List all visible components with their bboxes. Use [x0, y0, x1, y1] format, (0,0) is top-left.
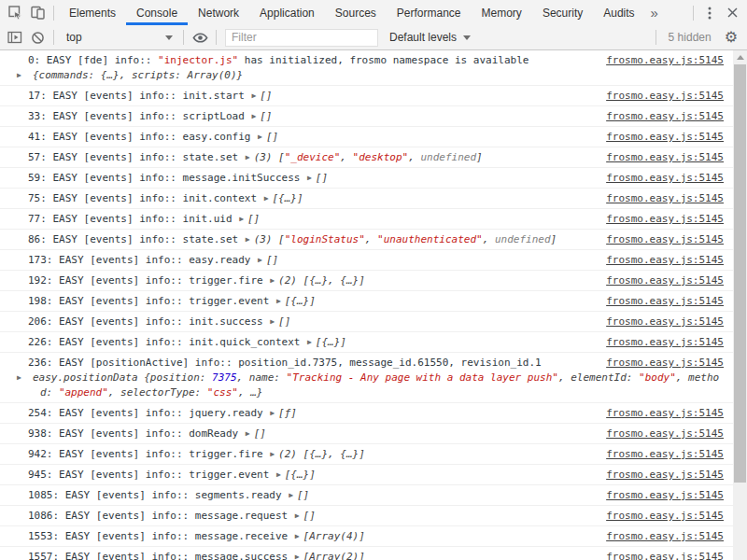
expand-toggle-icon[interactable]: ▶ [306, 335, 316, 350]
message-text: 41: EASY [events] info:: easy.config [28, 131, 257, 143]
tab-network[interactable]: Network [188, 0, 249, 25]
console-message: 1086: EASY [events] info:: message.reque… [0, 506, 733, 526]
expand-toggle-icon[interactable]: ▶ [275, 294, 285, 309]
execution-context-selector[interactable]: top [59, 31, 178, 44]
expand-toggle-icon[interactable]: ▶ [250, 89, 260, 104]
source-link[interactable]: frosmo.easy.js:5145 [606, 191, 724, 206]
tab-performance[interactable]: Performance [387, 0, 472, 25]
message-text: 1086: EASY [events] info:: message.reque… [28, 510, 294, 522]
tab-sources[interactable]: Sources [325, 0, 387, 25]
tab-console[interactable]: Console [126, 0, 188, 25]
tab-audits[interactable]: Audits [593, 0, 644, 25]
live-expression-button[interactable] [189, 25, 211, 49]
message-text: 942: EASY [events] info:: trigger.fire [28, 448, 269, 460]
console-sidebar-toggle-button[interactable] [4, 25, 26, 49]
console-message: 0: EASY [fde] info:: "injector.js" has i… [0, 50, 733, 86]
source-link[interactable]: frosmo.easy.js:5145 [606, 356, 724, 371]
eye-icon [192, 31, 208, 45]
expand-toggle-icon[interactable]: ▶ [269, 447, 278, 462]
source-link[interactable]: frosmo.easy.js:5145 [606, 109, 724, 124]
source-link[interactable]: frosmo.easy.js:5145 [606, 171, 724, 186]
source-link[interactable]: frosmo.easy.js:5145 [606, 406, 724, 421]
message-line: 33: EASY [events] info:: scriptLoad ▶[] [28, 109, 591, 124]
message-text: [] [254, 427, 266, 440]
device-toolbar-button[interactable] [26, 1, 49, 25]
source-link[interactable]: frosmo.easy.js:5145 [606, 427, 724, 441]
message-text: [] [266, 254, 278, 266]
message-text: 33: EASY [events] info:: scriptLoad [28, 110, 250, 122]
tab-elements[interactable]: Elements [59, 0, 126, 25]
source-link[interactable]: frosmo.easy.js:5145 [606, 447, 724, 462]
message-text: [] [297, 489, 309, 501]
console-message: 57: EASY [events] info:: state.set ▶(3) … [0, 147, 733, 168]
more-tabs-button[interactable]: » [645, 5, 664, 21]
source-link[interactable]: frosmo.easy.js:5145 [606, 212, 724, 227]
source-link[interactable]: frosmo.easy.js:5145 [606, 488, 724, 503]
expand-toggle-icon[interactable]: ▶ [257, 253, 266, 268]
filter-input[interactable] [225, 29, 378, 47]
vertical-scrollbar[interactable] [733, 50, 747, 560]
expand-toggle-icon[interactable]: ▶ [245, 427, 254, 441]
clear-console-button[interactable] [26, 25, 49, 49]
expand-toggle-icon[interactable]: ▶ [257, 130, 266, 145]
console-panel: 0: EASY [fde] info:: "injector.js" has i… [0, 50, 747, 560]
message-text: "_device" [285, 151, 341, 163]
close-devtools-button[interactable] [721, 1, 743, 25]
devtools-window: ElementsConsoleNetworkApplicationSources… [0, 0, 747, 560]
message-text: 17: EASY [events] info:: init.start [28, 90, 250, 102]
expand-toggle-icon[interactable]: ▶ [238, 212, 247, 227]
console-message: 41: EASY [events] info:: easy.config ▶[]… [0, 127, 733, 147]
console-message-list: 0: EASY [fde] info:: "injector.js" has i… [0, 50, 733, 560]
expand-toggle-icon[interactable]: ▶ [245, 232, 254, 247]
expand-toggle-icon[interactable]: ▶ [250, 109, 260, 124]
inspect-cursor-icon [8, 6, 22, 20]
message-text: , [340, 151, 352, 163]
expand-toggle-icon[interactable]: ▶ [306, 171, 316, 186]
expand-toggle-icon[interactable]: ▶ [288, 488, 297, 503]
source-link[interactable]: frosmo.easy.js:5145 [606, 253, 724, 268]
hidden-messages-count: 5 hidden [669, 31, 712, 44]
chevron-down-icon [165, 35, 173, 40]
source-link[interactable]: frosmo.easy.js:5145 [606, 509, 724, 524]
message-text: [] [260, 110, 272, 122]
source-link[interactable]: frosmo.easy.js:5145 [606, 150, 724, 165]
source-link[interactable]: frosmo.easy.js:5145 [606, 529, 724, 544]
tab-application[interactable]: Application [249, 0, 325, 25]
expand-toggle-icon[interactable]: ▶ [269, 273, 278, 288]
source-link[interactable]: frosmo.easy.js:5145 [606, 232, 724, 247]
source-link[interactable]: frosmo.easy.js:5145 [606, 89, 724, 104]
message-text: , name: [237, 371, 287, 384]
device-toolbar-icon [31, 6, 45, 20]
source-link[interactable]: frosmo.easy.js:5145 [606, 468, 724, 483]
expand-toggle-icon[interactable]: ▶ [263, 191, 273, 206]
source-link[interactable]: frosmo.easy.js:5145 [606, 550, 724, 560]
expand-toggle-icon[interactable]: ▶ [294, 529, 303, 544]
log-levels-selector[interactable]: Default levels [382, 31, 478, 44]
tab-security[interactable]: Security [532, 0, 593, 25]
console-message: 254: EASY [events] info:: jquery.ready ▶… [0, 403, 733, 424]
expand-toggle-icon[interactable]: ▶ [294, 509, 303, 524]
scrollbar-thumb[interactable] [734, 64, 746, 483]
expand-toggle-icon[interactable]: ▶ [269, 315, 278, 329]
devtools-menu-button[interactable] [698, 1, 721, 25]
message-text: ] [476, 151, 483, 163]
expand-toggle-icon[interactable]: ▶ [269, 406, 278, 421]
scrollbar-up-button[interactable] [733, 50, 747, 63]
expand-toggle-icon[interactable]: ▶ [294, 550, 303, 560]
inspect-element-button[interactable] [4, 1, 26, 25]
message-text: (3) [ [254, 151, 285, 163]
expand-toggle-icon[interactable]: ▶ [245, 150, 254, 165]
source-link[interactable]: frosmo.easy.js:5145 [606, 294, 724, 309]
message-text: 0: EASY [fde] info:: [28, 54, 158, 66]
source-link[interactable]: frosmo.easy.js:5145 [606, 335, 724, 350]
source-link[interactable]: frosmo.easy.js:5145 [606, 53, 724, 68]
tab-memory[interactable]: Memory [472, 0, 532, 25]
message-text: [] [303, 510, 316, 522]
source-link[interactable]: frosmo.easy.js:5145 [606, 315, 724, 329]
console-settings-button[interactable]: ⚙ [721, 30, 741, 45]
source-link[interactable]: frosmo.easy.js:5145 [606, 130, 724, 145]
expand-toggle-icon[interactable]: ▶ [275, 468, 285, 483]
message-text: [] [316, 172, 328, 184]
source-link[interactable]: frosmo.easy.js:5145 [606, 273, 724, 288]
message-text: [] [278, 315, 290, 328]
